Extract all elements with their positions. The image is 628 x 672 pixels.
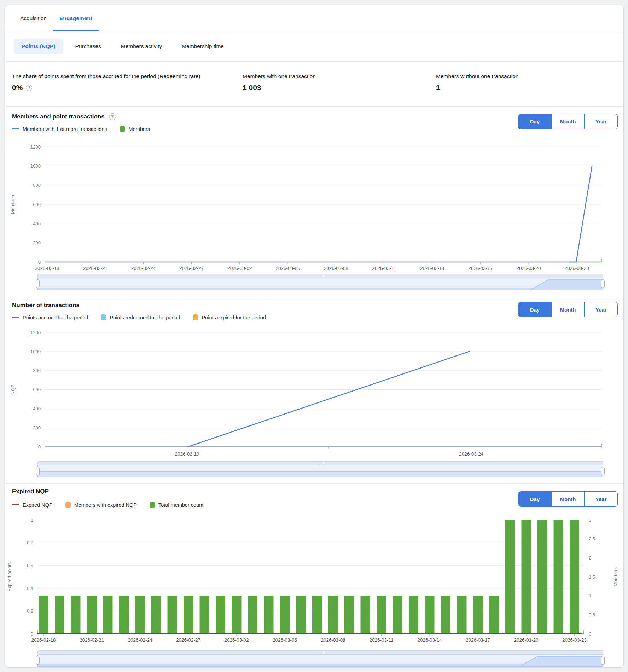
slider-handle-right[interactable] — [601, 656, 605, 665]
chart2-zoom-slider[interactable] — [37, 461, 603, 477]
period-month-button[interactable]: Month — [551, 492, 585, 506]
bar — [393, 596, 402, 634]
stat-members-without-transaction-value: 1 — [436, 83, 440, 92]
svg-text:400: 400 — [33, 221, 41, 226]
slider-handle-left[interactable] — [36, 656, 40, 665]
svg-text:2026-03-19: 2026-03-19 — [175, 451, 199, 457]
svg-text:2.5: 2.5 — [589, 536, 595, 541]
subtab-points-nqp[interactable]: Points (NQP) — [14, 39, 63, 54]
slider-handle-left[interactable] — [36, 467, 40, 475]
slider-range[interactable] — [37, 278, 603, 290]
bar — [103, 596, 113, 634]
legend-item[interactable]: Points redeemed for the period — [101, 314, 180, 320]
chart3-title-row: Expired NQP — [12, 488, 49, 495]
period-day-button[interactable]: Day — [518, 114, 551, 129]
subtab-members-activity[interactable]: Members activity — [113, 39, 170, 54]
grid — [45, 332, 601, 428]
y-axis-left: 00.20.40.60.81Expired points — [7, 517, 33, 637]
period-year-button[interactable]: Year — [584, 492, 617, 506]
tab-engagement[interactable]: Engagement — [53, 5, 99, 31]
slider-track[interactable] — [37, 650, 603, 655]
expired-nqp-chart: 00.20.40.60.81Expired points00.511.522.5… — [5, 515, 623, 648]
chart3-legend: Expired NQP Members with expired NQP Tot… — [12, 502, 203, 508]
svg-text:2026-03-05: 2026-03-05 — [273, 637, 297, 643]
bar — [119, 596, 129, 634]
legend-label: Total member count — [158, 502, 203, 508]
bar — [296, 596, 306, 634]
series-points-accrued-for-the-period — [188, 352, 469, 447]
legend-item[interactable]: Points accrued for the period — [12, 315, 88, 320]
slider-track[interactable] — [37, 461, 603, 465]
bar — [328, 596, 338, 634]
svg-text:3: 3 — [589, 517, 591, 523]
help-icon[interactable]: ? — [109, 113, 116, 120]
legend-square-marker — [193, 314, 198, 320]
slider-preview — [38, 278, 604, 290]
svg-text:2026-03-11: 2026-03-11 — [369, 637, 393, 643]
stat-members-with-transaction-label: Members with one transaction — [243, 73, 316, 80]
help-icon[interactable]: ? — [26, 85, 32, 91]
bar — [522, 520, 531, 634]
slider-handle-right[interactable] — [601, 467, 605, 475]
svg-text:2026-02-24: 2026-02-24 — [128, 637, 152, 643]
svg-text:2026-03-17: 2026-03-17 — [466, 637, 490, 643]
x-axis: 2026-03-192026-03-24 — [45, 444, 601, 457]
series-members-with-1-or-more-transactions — [45, 166, 592, 262]
svg-text:400: 400 — [33, 406, 41, 411]
bar — [570, 520, 579, 634]
legend-label: Points accrued for the period — [23, 315, 88, 320]
bar — [425, 596, 435, 634]
chart3-zoom-slider[interactable] — [37, 650, 603, 667]
slider-handle-left[interactable] — [36, 279, 40, 288]
legend-line-marker — [12, 128, 19, 130]
subtab-purchases[interactable]: Purchases — [68, 39, 109, 54]
bar — [71, 596, 81, 634]
legend-item[interactable]: Points expired for the period — [193, 314, 266, 320]
subtab-members-activity-label: Members activity — [121, 43, 162, 50]
bar — [489, 596, 499, 634]
period-year-button[interactable]: Year — [584, 114, 617, 129]
tab-engagement-label: Engagement — [59, 15, 92, 22]
period-year-button[interactable]: Year — [584, 302, 617, 317]
legend-item[interactable]: Members with 1 or more transactions — [12, 126, 107, 132]
legend-square-marker — [150, 502, 155, 508]
svg-text:2026-03-23: 2026-03-23 — [562, 637, 587, 643]
chart1-title-row: Members and point transactions ? — [12, 113, 116, 120]
svg-text:2026-02-18: 2026-02-18 — [35, 266, 59, 271]
svg-text:2026-02-27: 2026-02-27 — [176, 637, 200, 643]
legend-item[interactable]: Total member count — [150, 502, 203, 508]
period-month-button[interactable]: Month — [551, 114, 585, 129]
bar — [537, 520, 547, 634]
legend-label: Members with 1 or more transactions — [23, 126, 107, 132]
svg-text:Members: Members — [613, 567, 618, 586]
svg-text:2: 2 — [589, 555, 591, 561]
legend-item[interactable]: Members — [120, 126, 150, 132]
tab-acquisition-label: Acquisition — [20, 15, 47, 22]
slider-range[interactable] — [37, 465, 603, 477]
chart1-zoom-slider[interactable] — [37, 274, 603, 290]
chart2-title-row: Number of transactions — [12, 302, 80, 309]
slider-range[interactable] — [37, 655, 603, 667]
period-day-button[interactable]: Day — [518, 492, 551, 506]
slider-track[interactable] — [37, 274, 603, 278]
svg-text:2026-03-23: 2026-03-23 — [565, 266, 589, 271]
svg-text:800: 800 — [33, 183, 41, 188]
subtab-membership-time[interactable]: Membership time — [174, 39, 232, 54]
grid — [45, 147, 601, 243]
period-day-button[interactable]: Day — [518, 302, 551, 317]
svg-text:2026-03-08: 2026-03-08 — [324, 266, 348, 271]
transactions-count-svg: 020040060080010001200NQP2026-03-192026-0… — [5, 325, 623, 459]
chart3-title: Expired NQP — [12, 488, 49, 495]
members-transactions-svg: 020040060080010001200Members2026-02-1820… — [5, 140, 623, 273]
legend-item[interactable]: Expired NQP — [12, 502, 53, 508]
slider-handle-right[interactable] — [601, 279, 605, 288]
series-lines — [45, 166, 601, 262]
tab-acquisition[interactable]: Acquisition — [14, 5, 53, 31]
legend-item[interactable]: Members with expired NQP — [65, 502, 137, 508]
svg-text:0: 0 — [31, 631, 33, 637]
stat-redeeming-rate: The share of points spent from those acc… — [12, 73, 200, 92]
period-month-button[interactable]: Month — [551, 302, 585, 317]
svg-text:2026-02-21: 2026-02-21 — [80, 637, 104, 643]
section-divider — [5, 298, 623, 298]
svg-text:1: 1 — [589, 593, 591, 598]
